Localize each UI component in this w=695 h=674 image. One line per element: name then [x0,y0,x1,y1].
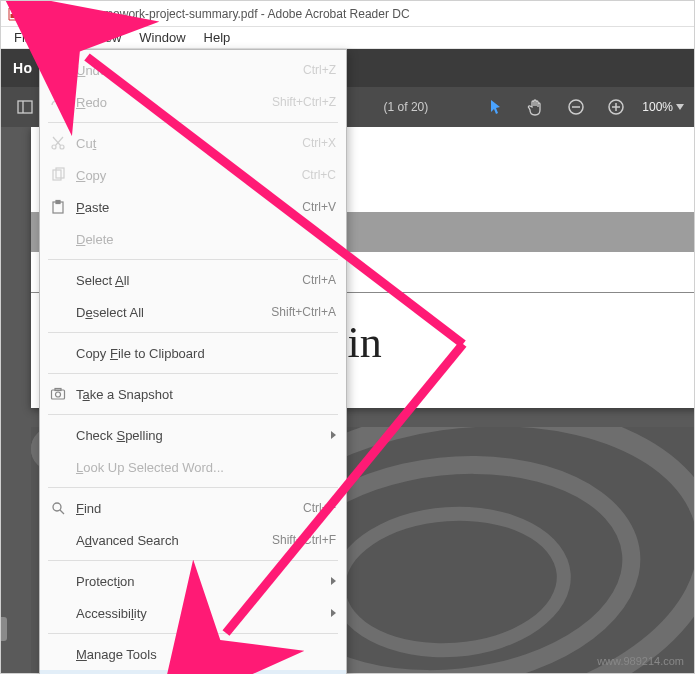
redo-icon [48,92,68,112]
window-title: conceptual-framework-project-summary.pdf… [27,7,410,21]
menuitem-label: Paste [76,200,248,215]
menu-edit[interactable]: Edit [44,27,84,48]
zoom-out-icon[interactable] [562,93,590,121]
menu-help[interactable]: Help [195,27,240,48]
submenu-arrow-icon [331,431,336,439]
zoom-in-icon[interactable] [602,93,630,121]
menuitem-label: Advanced Search [76,533,248,548]
svg-point-17 [53,503,61,511]
menuitem-cut[interactable]: Cut Ctrl+X [40,127,346,159]
pdf-icon [7,7,21,21]
separator [48,560,338,561]
svg-rect-1 [18,101,32,113]
paste-icon [48,197,68,217]
menuitem-label: Undo [76,63,248,78]
undo-icon [48,60,68,80]
side-handle[interactable] [1,617,7,641]
menuitem-label: Redo [76,95,248,110]
menuitem-paste[interactable]: Paste Ctrl+V [40,191,346,223]
menuitem-snapshot[interactable]: Take a Snapshot [40,378,346,410]
menuitem-manage-tools[interactable]: Manage Tools [40,638,346,670]
menuitem-redo[interactable]: Redo Shift+Ctrl+Z [40,86,346,118]
svg-rect-13 [56,201,60,204]
menuitem-label: Look Up Selected Word... [76,460,248,475]
menuitem-label: Deselect All [76,305,248,320]
page-indicator: (1 of 20) [384,100,429,114]
zoom-percent[interactable]: 100% [642,100,684,114]
menuitem-label: Cut [76,136,248,151]
copy-icon [48,165,68,185]
submenu-arrow-icon [331,577,336,585]
svg-point-8 [52,145,56,149]
separator [48,332,338,333]
menuitem-find[interactable]: Find Ctrl+F [40,492,346,524]
svg-rect-0 [11,14,18,18]
menu-file[interactable]: File [5,27,44,48]
svg-line-18 [60,510,64,514]
menuitem-preferences[interactable]: Preferences... Ctrl+K [40,670,346,674]
svg-point-15 [56,392,61,397]
cut-icon [48,133,68,153]
camera-icon [48,384,68,404]
menuitem-protection[interactable]: Protection [40,565,346,597]
menuitem-undo[interactable]: Undo Ctrl+Z [40,54,346,86]
search-icon [48,498,68,518]
watermark: www.989214.com [597,655,684,667]
menuitem-label: Take a Snapshot [76,387,248,402]
select-tool-icon[interactable] [482,93,510,121]
menuitem-accessibility[interactable]: Accessibility [40,597,346,629]
separator [48,633,338,634]
menuitem-lookup[interactable]: Look Up Selected Word... [40,451,346,483]
menuitem-spelling[interactable]: Check Spelling [40,419,346,451]
menuitem-label: Check Spelling [76,428,319,443]
menuitem-copy[interactable]: Copy Ctrl+C [40,159,346,191]
menuitem-copy-file[interactable]: Copy File to Clipboard [40,337,346,369]
titlebar: conceptual-framework-project-summary.pdf… [1,1,694,27]
sidebar-toggle-icon[interactable] [11,93,39,121]
separator [48,259,338,260]
menu-window[interactable]: Window [130,27,194,48]
acrobat-window: conceptual-framework-project-summary.pdf… [0,0,695,674]
separator [48,414,338,415]
svg-rect-14 [52,390,65,399]
menuitem-select-all[interactable]: Select All Ctrl+A [40,264,346,296]
menuitem-adv-search[interactable]: Advanced Search Shift+Ctrl+F [40,524,346,556]
menuitem-label: Copy File to Clipboard [76,346,248,361]
menuitem-label: Copy [76,168,248,183]
separator [48,122,338,123]
menubar: File Edit View Window Help [1,27,694,49]
menuitem-deselect-all[interactable]: Deselect All Shift+Ctrl+A [40,296,346,328]
separator [48,373,338,374]
menuitem-label: Find [76,501,248,516]
menuitem-label: Accessibility [76,606,319,621]
menuitem-label: Manage Tools [76,647,248,662]
menu-view[interactable]: View [84,27,130,48]
edit-dropdown: Undo Ctrl+Z Redo Shift+Ctrl+Z Cut Ctrl+X… [39,49,347,674]
submenu-arrow-icon [331,609,336,617]
menuitem-label: Select All [76,273,248,288]
menuitem-label: Delete [76,232,248,247]
separator [48,487,338,488]
hand-tool-icon[interactable] [522,93,550,121]
tab-home[interactable]: Ho [13,60,33,76]
menuitem-label: Protection [76,574,319,589]
svg-point-9 [60,145,64,149]
menuitem-delete[interactable]: Delete [40,223,346,255]
